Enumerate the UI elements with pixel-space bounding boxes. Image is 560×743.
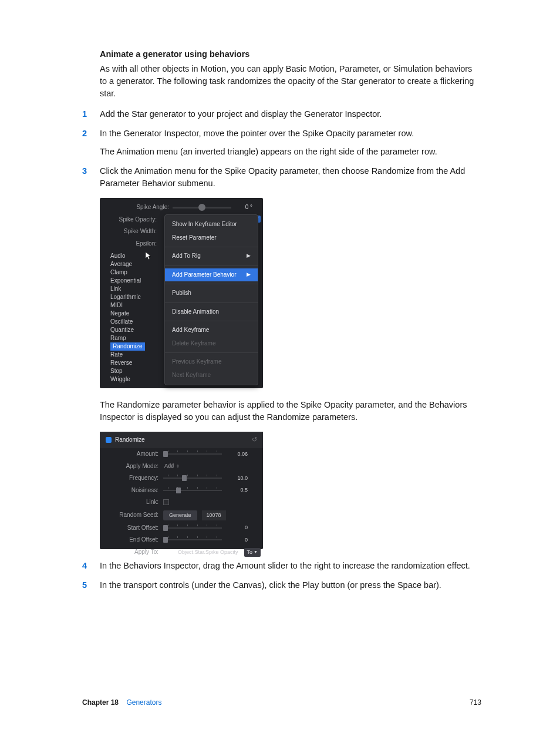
param-label: Apply To:	[100, 548, 163, 557]
menu-item-add-to-rig[interactable]: Add To Rig▶	[165, 250, 258, 263]
row-start-offset: Start Offset: 0	[100, 522, 263, 534]
parameter-behavior-submenu: Audio Average Clamp Exponential Link Log…	[110, 252, 157, 384]
generate-button[interactable]: Generate	[163, 510, 197, 520]
behaviors-inspector-screenshot: Randomize ↺ Amount: 0.06 Apply Mode: Add…	[100, 432, 263, 549]
step-list: 1 Add the Star generator to your project…	[100, 108, 478, 591]
menu-item-disable-animation[interactable]: Disable Animation	[165, 305, 258, 319]
row-frequency: Frequency: 10.0	[100, 472, 263, 485]
submenu-item-randomize[interactable]: Randomize	[110, 342, 145, 351]
step-3: 3 Click the Animation menu for the Spike…	[100, 165, 478, 549]
step-text: In the Behaviors Inspector, drag the Amo…	[100, 561, 470, 570]
menu-separator	[165, 352, 258, 353]
submenu-item[interactable]: Quantize	[110, 326, 157, 334]
menu-item-delete-keyframe: Delete Keyframe	[165, 337, 258, 351]
amount-slider[interactable]	[163, 450, 222, 458]
submenu-item[interactable]: Logarithmic	[110, 293, 157, 301]
param-label: Spike Width:	[100, 227, 160, 236]
step-number: 3	[82, 165, 87, 177]
menu-item-reset-parameter[interactable]: Reset Parameter	[165, 231, 258, 245]
param-label: Frequency:	[100, 474, 163, 483]
param-label: Epsilon:	[100, 240, 160, 248]
step-number: 5	[82, 579, 87, 591]
param-value: 0	[222, 536, 251, 544]
step-text: In the transport controls (under the Can…	[100, 580, 441, 590]
submenu-item[interactable]: Stop	[110, 367, 157, 375]
menu-item-publish[interactable]: Publish	[165, 287, 258, 300]
param-value: 0	[222, 524, 251, 532]
section-heading: Animate a generator using behaviors	[100, 48, 478, 60]
apply-to-path: Object.Star.Spike Opacity	[163, 549, 238, 556]
start-offset-slider[interactable]	[163, 525, 222, 532]
row-end-offset: End Offset: 0	[100, 534, 263, 546]
row-apply-mode: Apply Mode: Add⇕	[100, 460, 263, 473]
inspector-header: Randomize ↺	[100, 432, 263, 448]
intro-paragraph: As with all other objects in Motion, you…	[100, 63, 478, 100]
step-text: Click the Animation menu for the Spike O…	[100, 166, 465, 188]
submenu-item[interactable]: Oscillate	[110, 318, 157, 326]
row-noisiness: Noisiness: 0.5	[100, 485, 263, 497]
submenu-item[interactable]: Link	[110, 285, 157, 293]
step-2: 2 In the Generator Inspector, move the p…	[100, 127, 478, 158]
menu-item-show-keyframe-editor[interactable]: Show In Keyframe Editor	[165, 218, 258, 231]
menu-item-add-keyframe[interactable]: Add Keyframe	[165, 324, 258, 337]
param-value: 0.5	[222, 486, 251, 494]
cursor-icon	[146, 252, 152, 260]
param-row-spike-angle: Spike Angle: 0 °	[100, 201, 263, 214]
menu-item-previous-keyframe: Previous Keyframe	[165, 355, 258, 369]
menu-separator	[165, 284, 258, 284]
step-subtext: The Animation menu (an inverted triangle…	[100, 146, 478, 158]
submenu-item[interactable]: Clamp	[110, 268, 157, 277]
param-label: Spike Angle:	[112, 203, 173, 212]
reset-icon[interactable]: ↺	[252, 435, 257, 445]
apply-to-dropdown[interactable]: To▼	[244, 548, 261, 557]
param-label: Random Seed:	[100, 511, 163, 520]
submenu-item[interactable]: Rate	[110, 351, 157, 359]
noisiness-slider[interactable]	[163, 487, 222, 494]
end-offset-slider[interactable]	[163, 536, 222, 543]
menu-separator	[165, 321, 258, 321]
menu-separator	[165, 302, 258, 303]
submenu-item[interactable]: Ramp	[110, 334, 157, 342]
submenu-item[interactable]: MIDI	[110, 301, 157, 310]
param-label: End Offset:	[100, 536, 163, 544]
step-5: 5 In the transport controls (under the C…	[100, 579, 478, 591]
enable-checkbox[interactable]	[106, 437, 112, 443]
chevron-right-icon: ▶	[247, 252, 251, 261]
submenu-item[interactable]: Exponential	[110, 277, 157, 285]
menu-separator	[165, 265, 258, 266]
param-value: 0 °	[231, 203, 252, 212]
step-1: 1 Add the Star generator to your project…	[100, 108, 478, 120]
chevron-right-icon: ▶	[247, 271, 251, 278]
param-value: 10.0	[222, 475, 251, 482]
chevron-updown-icon: ⇕	[176, 463, 180, 469]
row-amount: Amount: 0.06	[100, 448, 263, 460]
submenu-item[interactable]: Average	[110, 260, 157, 268]
param-label: Start Offset:	[100, 524, 163, 533]
param-label: Apply Mode:	[100, 462, 163, 471]
step-4: 4 In the Behaviors Inspector, drag the A…	[100, 560, 478, 572]
param-label: Spike Opacity:	[100, 216, 160, 224]
step-number: 1	[82, 108, 87, 120]
seed-value[interactable]: 10078	[202, 510, 226, 520]
chevron-down-icon: ▼	[254, 549, 258, 555]
step-number: 2	[82, 127, 87, 140]
step-text: In the Generator Inspector, move the poi…	[100, 129, 414, 138]
behavior-title: Randomize	[115, 436, 145, 445]
submenu-item[interactable]: Wriggle	[110, 375, 157, 384]
apply-mode-select[interactable]: Add⇕	[163, 462, 180, 470]
link-checkbox[interactable]	[163, 499, 169, 505]
step-post-text: The Randomize parameter behavior is appl…	[100, 399, 478, 423]
step-number: 4	[82, 560, 87, 572]
param-label: Noisiness:	[100, 486, 163, 495]
param-label: Link:	[100, 498, 163, 507]
submenu-item[interactable]: Reverse	[110, 359, 157, 367]
menu-separator	[165, 247, 258, 247]
dial-slider	[173, 204, 231, 211]
menu-item-add-parameter-behavior[interactable]: Add Parameter Behavior▶	[165, 268, 258, 282]
submenu-item[interactable]: Negate	[110, 310, 157, 318]
row-random-seed: Random Seed: Generate 10078	[100, 509, 263, 522]
animation-menu-popover: Show In Keyframe Editor Reset Parameter …	[164, 214, 258, 385]
param-label: Amount:	[100, 450, 163, 459]
row-apply-to: Apply To: Object.Star.Spike Opacity To▼	[100, 546, 263, 559]
frequency-slider[interactable]	[163, 475, 222, 482]
